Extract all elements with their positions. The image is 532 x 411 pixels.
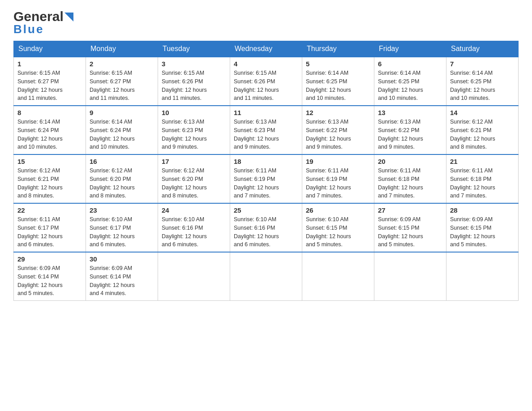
calendar-cell: 26 Sunrise: 6:10 AM Sunset: 6:15 PM Dayl… [302,203,374,252]
day-number: 3 [162,60,226,68]
day-number: 24 [162,206,226,214]
day-info: Sunrise: 6:14 AM Sunset: 6:25 PM Dayligh… [450,69,515,103]
day-number: 9 [90,109,154,116]
day-number: 8 [17,109,82,116]
calendar-cell: 11 Sunrise: 6:13 AM Sunset: 6:23 PM Dayl… [230,106,302,154]
col-header-thursday: Thursday [302,41,374,57]
calendar-cell: 6 Sunrise: 6:14 AM Sunset: 6:25 PM Dayli… [374,57,446,106]
day-number: 16 [90,158,154,165]
calendar-header-row: SundayMondayTuesdayWednesdayThursdayFrid… [14,41,519,57]
calendar-cell: 7 Sunrise: 6:14 AM Sunset: 6:25 PM Dayli… [446,57,519,106]
day-info: Sunrise: 6:09 AM Sunset: 6:14 PM Dayligh… [90,264,154,298]
day-number: 1 [17,60,82,68]
day-info: Sunrise: 6:13 AM Sunset: 6:23 PM Dayligh… [162,118,226,151]
logo: General Blue [13,9,73,36]
day-number: 13 [378,109,442,116]
page-header: General Blue [13,9,519,36]
day-info: Sunrise: 6:11 AM Sunset: 6:19 PM Dayligh… [306,167,370,200]
day-info: Sunrise: 6:10 AM Sunset: 6:16 PM Dayligh… [234,215,298,249]
day-number: 25 [234,206,298,214]
calendar-cell [302,252,374,301]
day-info: Sunrise: 6:12 AM Sunset: 6:20 PM Dayligh… [90,167,154,200]
day-info: Sunrise: 6:11 AM Sunset: 6:17 PM Dayligh… [17,215,82,249]
calendar-cell: 23 Sunrise: 6:10 AM Sunset: 6:17 PM Dayl… [86,203,158,252]
col-header-monday: Monday [86,41,158,57]
calendar-cell: 14 Sunrise: 6:12 AM Sunset: 6:21 PM Dayl… [446,106,519,154]
day-number: 22 [17,206,82,214]
day-info: Sunrise: 6:14 AM Sunset: 6:24 PM Dayligh… [17,118,82,151]
col-header-tuesday: Tuesday [158,41,230,57]
calendar-cell: 24 Sunrise: 6:10 AM Sunset: 6:16 PM Dayl… [158,203,230,252]
day-info: Sunrise: 6:10 AM Sunset: 6:16 PM Dayligh… [162,215,226,249]
day-number: 15 [17,158,82,165]
week-row-2: 8 Sunrise: 6:14 AM Sunset: 6:24 PM Dayli… [14,106,519,154]
svg-marker-0 [64,13,73,21]
calendar-cell: 25 Sunrise: 6:10 AM Sunset: 6:16 PM Dayl… [230,203,302,252]
day-info: Sunrise: 6:15 AM Sunset: 6:27 PM Dayligh… [17,69,82,103]
calendar-cell: 3 Sunrise: 6:15 AM Sunset: 6:26 PM Dayli… [158,57,230,106]
day-info: Sunrise: 6:09 AM Sunset: 6:14 PM Dayligh… [17,264,82,298]
calendar-cell: 19 Sunrise: 6:11 AM Sunset: 6:19 PM Dayl… [302,154,374,203]
day-info: Sunrise: 6:14 AM Sunset: 6:25 PM Dayligh… [306,69,370,103]
week-row-5: 29 Sunrise: 6:09 AM Sunset: 6:14 PM Dayl… [14,252,519,301]
calendar-cell: 28 Sunrise: 6:09 AM Sunset: 6:15 PM Dayl… [446,203,519,252]
day-number: 27 [378,206,442,214]
day-number: 21 [450,158,515,165]
calendar-cell: 9 Sunrise: 6:14 AM Sunset: 6:24 PM Dayli… [86,106,158,154]
day-number: 17 [162,158,226,165]
calendar-cell: 5 Sunrise: 6:14 AM Sunset: 6:25 PM Dayli… [302,57,374,106]
day-number: 2 [90,60,154,68]
day-info: Sunrise: 6:11 AM Sunset: 6:19 PM Dayligh… [234,167,298,200]
calendar-cell: 21 Sunrise: 6:11 AM Sunset: 6:18 PM Dayl… [446,154,519,203]
day-number: 30 [90,255,154,263]
day-info: Sunrise: 6:14 AM Sunset: 6:25 PM Dayligh… [378,69,442,103]
day-info: Sunrise: 6:15 AM Sunset: 6:26 PM Dayligh… [234,69,298,103]
week-row-3: 15 Sunrise: 6:12 AM Sunset: 6:21 PM Dayl… [14,154,519,203]
calendar-cell: 22 Sunrise: 6:11 AM Sunset: 6:17 PM Dayl… [14,203,86,252]
day-info: Sunrise: 6:13 AM Sunset: 6:23 PM Dayligh… [234,118,298,151]
day-info: Sunrise: 6:09 AM Sunset: 6:15 PM Dayligh… [450,215,515,249]
calendar-cell: 20 Sunrise: 6:11 AM Sunset: 6:18 PM Dayl… [374,154,446,203]
day-info: Sunrise: 6:13 AM Sunset: 6:22 PM Dayligh… [306,118,370,151]
day-info: Sunrise: 6:13 AM Sunset: 6:22 PM Dayligh… [378,118,442,151]
day-info: Sunrise: 6:10 AM Sunset: 6:15 PM Dayligh… [306,215,370,249]
day-number: 4 [234,60,298,68]
day-number: 11 [234,109,298,116]
week-row-4: 22 Sunrise: 6:11 AM Sunset: 6:17 PM Dayl… [14,203,519,252]
calendar-cell [230,252,302,301]
calendar-cell: 15 Sunrise: 6:12 AM Sunset: 6:21 PM Dayl… [14,154,86,203]
calendar-cell: 29 Sunrise: 6:09 AM Sunset: 6:14 PM Dayl… [14,252,86,301]
day-number: 20 [378,158,442,165]
calendar-cell: 13 Sunrise: 6:13 AM Sunset: 6:22 PM Dayl… [374,106,446,154]
calendar-cell: 8 Sunrise: 6:14 AM Sunset: 6:24 PM Dayli… [14,106,86,154]
day-info: Sunrise: 6:15 AM Sunset: 6:27 PM Dayligh… [90,69,154,103]
day-info: Sunrise: 6:10 AM Sunset: 6:17 PM Dayligh… [90,215,154,249]
calendar-cell: 30 Sunrise: 6:09 AM Sunset: 6:14 PM Dayl… [86,252,158,301]
day-number: 28 [450,206,515,214]
day-info: Sunrise: 6:12 AM Sunset: 6:21 PM Dayligh… [450,118,515,151]
day-number: 29 [17,255,82,263]
calendar-cell: 27 Sunrise: 6:09 AM Sunset: 6:15 PM Dayl… [374,203,446,252]
week-row-1: 1 Sunrise: 6:15 AM Sunset: 6:27 PM Dayli… [14,57,519,106]
day-number: 19 [306,158,370,165]
logo-triangle-icon [64,13,73,21]
calendar-cell [158,252,230,301]
calendar-cell: 18 Sunrise: 6:11 AM Sunset: 6:19 PM Dayl… [230,154,302,203]
calendar-cell: 1 Sunrise: 6:15 AM Sunset: 6:27 PM Dayli… [14,57,86,106]
day-number: 12 [306,109,370,116]
col-header-saturday: Saturday [446,41,519,57]
day-info: Sunrise: 6:11 AM Sunset: 6:18 PM Dayligh… [378,167,442,200]
day-number: 5 [306,60,370,68]
day-info: Sunrise: 6:15 AM Sunset: 6:26 PM Dayligh… [162,69,226,103]
logo-general-text: General [13,9,64,24]
calendar-table: SundayMondayTuesdayWednesdayThursdayFrid… [13,41,519,301]
col-header-friday: Friday [374,41,446,57]
day-number: 14 [450,109,515,116]
day-number: 26 [306,206,370,214]
logo-blue-text: Blue [13,22,44,36]
day-number: 23 [90,206,154,214]
calendar-cell: 17 Sunrise: 6:12 AM Sunset: 6:20 PM Dayl… [158,154,230,203]
calendar-cell: 16 Sunrise: 6:12 AM Sunset: 6:20 PM Dayl… [86,154,158,203]
day-number: 10 [162,109,226,116]
calendar-cell: 12 Sunrise: 6:13 AM Sunset: 6:22 PM Dayl… [302,106,374,154]
